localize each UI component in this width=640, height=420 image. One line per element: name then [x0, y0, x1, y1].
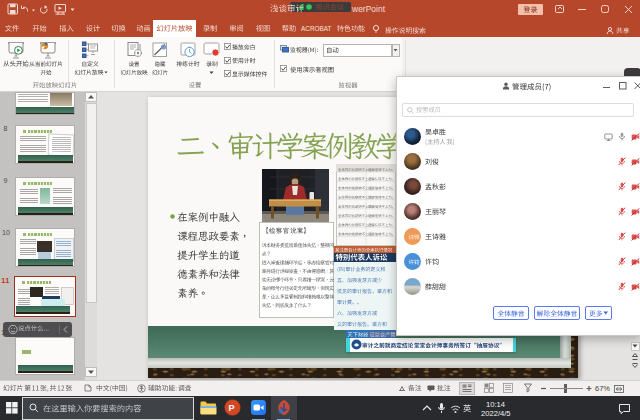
- svg-text:P: P: [229, 403, 235, 413]
